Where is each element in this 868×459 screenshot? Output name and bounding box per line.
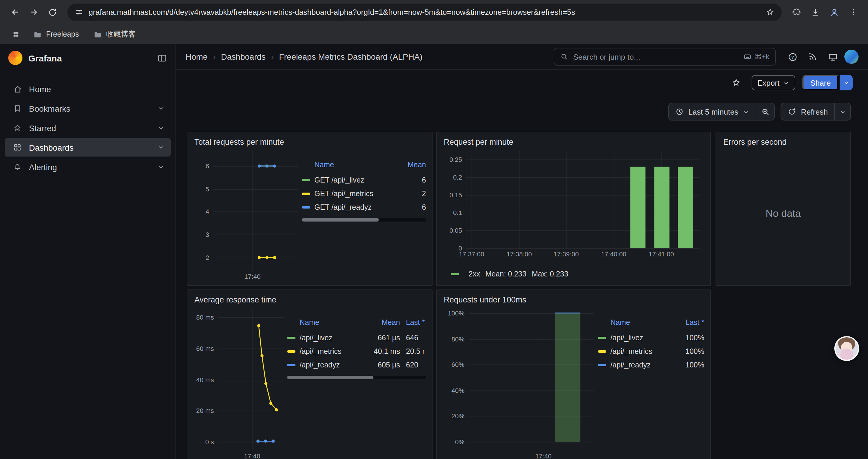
scrollbar-thumb[interactable] [302, 218, 379, 222]
legend-scrollbar[interactable] [302, 218, 426, 222]
sidebar-collapse-icon[interactable] [157, 53, 167, 63]
profile-icon[interactable] [826, 3, 843, 21]
floating-assistant-avatar[interactable] [834, 336, 859, 361]
legend-row[interactable]: /api/_readyz 605 µs 620 [287, 358, 426, 371]
chevron-down-icon[interactable] [157, 104, 165, 112]
clock-icon [675, 107, 684, 116]
series-color-dash [302, 206, 310, 208]
panel-title[interactable]: Total requests per minute [193, 136, 426, 146]
legend-header-name[interactable]: Name [314, 161, 387, 169]
refresh-interval-caret[interactable] [835, 103, 850, 120]
legend-inline[interactable]: 2xx Mean: 0.233 Max: 0.233 [442, 267, 704, 281]
bookmark-label: 收藏博客 [106, 29, 135, 39]
dashboard-toolbar: Export Share [728, 73, 852, 92]
bookmark-star-icon[interactable] [766, 8, 775, 17]
chevron-down-icon[interactable] [157, 124, 165, 132]
chevron-down-icon[interactable] [157, 143, 165, 151]
legend-row[interactable]: GET /api/_livez 6 [302, 173, 426, 187]
export-button[interactable]: Export [751, 75, 795, 90]
series-name: 2xx [469, 270, 480, 278]
sidebar-item-home[interactable]: Home [5, 80, 171, 98]
chevron-down-icon[interactable] [157, 163, 165, 171]
refresh-group: Refresh [781, 103, 851, 121]
series-mean: Mean: 0.233 [486, 270, 526, 278]
legend-header-name[interactable]: Name [610, 319, 668, 327]
legend-header-last[interactable]: Last * [406, 319, 426, 327]
url-text[interactable]: grafana.mathmast.com/d/deytv4rwavabkb/fr… [89, 8, 761, 17]
dashboards-grid-icon [13, 143, 23, 152]
time-picker-group: Last 5 minutes [668, 103, 775, 121]
bookmark-folder-freeleaps[interactable]: Freeleaps [28, 28, 84, 40]
svg-text:?: ? [791, 55, 794, 59]
monitor-icon[interactable] [824, 48, 841, 65]
sidebar-item-dashboards[interactable]: Dashboards [5, 138, 171, 157]
time-range-button[interactable]: Last 5 minutes [669, 103, 756, 120]
legend-header-last[interactable]: Last * [674, 319, 704, 327]
share-label: Share [810, 78, 831, 87]
panel-title[interactable]: Average response time [193, 294, 426, 304]
avg-response-time-chart[interactable]: 80 ms60 ms40 ms20 ms0 s17:40 [193, 305, 287, 459]
requests-under-100ms-chart[interactable]: 100%80%60%40%20%0%17:40 [442, 305, 598, 459]
forward-icon[interactable] [25, 3, 42, 21]
search-input[interactable] [573, 52, 739, 61]
help-icon[interactable]: ? [784, 48, 801, 65]
grafana-header: Home › Dashboards › Freeleaps Metrics Da… [176, 44, 868, 70]
breadcrumb-home[interactable]: Home [186, 52, 208, 61]
legend-scrollbar[interactable] [287, 376, 426, 379]
share-button[interactable]: Share [803, 75, 838, 90]
panel-title[interactable]: Errors per second [722, 136, 844, 146]
legend-row[interactable]: GET /api/_metrics 2 [302, 187, 426, 200]
menu-kebab-icon[interactable] [844, 3, 862, 21]
downloads-icon[interactable] [807, 3, 824, 21]
chevron-down-icon [783, 79, 790, 86]
legend-row[interactable]: GET /api/_readyz 6 [302, 200, 426, 214]
legend-row[interactable]: /api/_livez 100% [598, 331, 704, 345]
url-bar[interactable]: grafana.mathmast.com/d/deytv4rwavabkb/fr… [67, 3, 782, 21]
reload-icon[interactable] [44, 3, 61, 21]
search-box[interactable]: ⌘+k [554, 48, 776, 66]
series-color-dash [598, 336, 606, 339]
legend-header-mean[interactable]: Mean [362, 319, 400, 327]
legend-table: Name Mean Last * /api/_livez 661 µs 646 [287, 305, 426, 459]
legend-row[interactable]: /api/_metrics 100% [598, 345, 704, 358]
scrollbar-thumb[interactable] [287, 376, 373, 379]
refresh-button[interactable]: Refresh [781, 103, 834, 120]
grafana-logo-icon[interactable] [8, 51, 23, 65]
chevron-down-icon [743, 108, 749, 115]
legend-header-mean[interactable]: Mean [393, 161, 426, 169]
breadcrumb-current: Freeleaps Metrics Dashboard (ALPHA) [279, 52, 423, 61]
sidebar-item-bookmarks[interactable]: Bookmarks [5, 99, 171, 118]
request-per-minute-chart[interactable]: 0.250.20.150.10.05017:37:0017:38:0017:39… [442, 148, 704, 267]
user-avatar[interactable] [844, 50, 859, 64]
series-max: Max: 0.233 [532, 270, 568, 278]
sidebar-item-starred[interactable]: Starred [5, 119, 171, 137]
zoom-out-icon[interactable] [756, 103, 774, 120]
legend-header-name[interactable]: Name [300, 319, 356, 327]
news-rss-icon[interactable] [804, 48, 821, 65]
legend-row[interactable]: /api/_metrics 40.1 ms 20.5 r [287, 345, 426, 358]
bookmark-folder-blogs[interactable]: 收藏博客 [88, 28, 140, 41]
apps-grid-icon[interactable] [8, 27, 24, 42]
sidebar-item-alerting[interactable]: Alerting [5, 158, 171, 176]
panel-title[interactable]: Requests under 100ms [442, 294, 704, 304]
site-settings-icon[interactable] [74, 8, 83, 17]
back-icon[interactable] [6, 3, 24, 21]
legend-row[interactable]: /api/_livez 661 µs 646 [287, 331, 426, 345]
total-requests-chart[interactable]: 6543217:40 [193, 148, 302, 281]
panel-requests-under-100ms: Requests under 100ms 100%80%60%40%20%0%1… [436, 290, 711, 459]
legend-row[interactable]: /api/_readyz 100% [598, 358, 704, 371]
panel-request-per-minute: Request per minute 0.250.20.150.10.05017… [436, 132, 711, 286]
export-label: Export [757, 78, 779, 87]
series-color-dash [302, 192, 310, 195]
favorite-star-icon[interactable] [728, 74, 744, 91]
share-split-button: Share [803, 75, 852, 90]
legend-table: Name Mean GET /api/_livez 6 GET /api/_me… [302, 148, 426, 281]
screen: grafana.mathmast.com/d/deytv4rwavabkb/fr… [0, 0, 868, 459]
panel-title[interactable]: Request per minute [442, 136, 704, 146]
header-icons: ? [784, 48, 859, 65]
breadcrumb-dashboards[interactable]: Dashboards [221, 52, 266, 61]
time-range-label: Last 5 minutes [688, 107, 738, 116]
share-menu-caret[interactable] [840, 75, 852, 90]
extensions-icon[interactable] [788, 3, 805, 21]
bookmark-icon [13, 104, 23, 113]
